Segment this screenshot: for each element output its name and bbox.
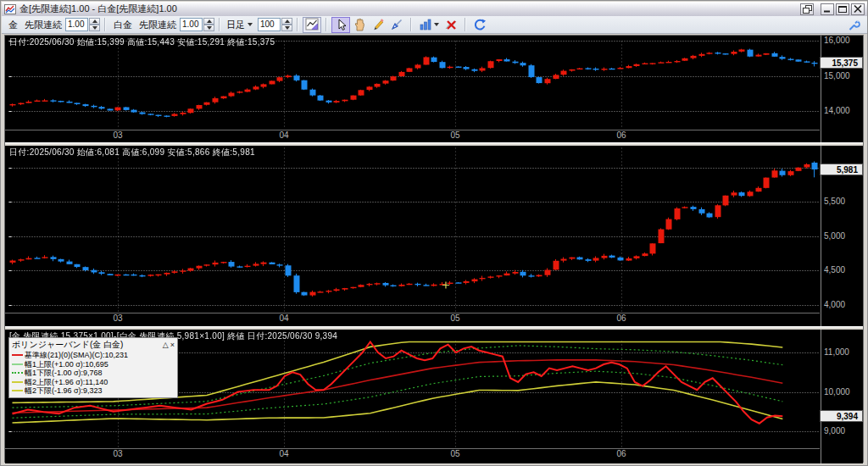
symbol1-multiplier-down-button[interactable]: [89, 25, 100, 31]
price-tick-label: 4,000: [824, 300, 845, 309]
up-arrow-icon: [92, 19, 97, 23]
legend-line-swatch: [12, 363, 23, 365]
month-tick-label: 05: [448, 130, 463, 140]
pen-draw-button[interactable]: [387, 17, 406, 33]
close-icon: [854, 5, 862, 13]
tool-settings-button[interactable]: [844, 17, 863, 33]
legend-item-label: 幅1上限(+1.00 σ):10,695: [25, 360, 108, 369]
pencil-icon: [371, 18, 385, 31]
toolbar-separator: [104, 18, 106, 31]
month-tick-label: 03: [110, 449, 125, 458]
platinum-candlestick-chart[interactable]: [8, 147, 821, 312]
spread-last-price: 9,394: [837, 412, 858, 421]
month-tick-label: 06: [614, 313, 629, 323]
window-chart-icon[interactable]: [4, 4, 16, 14]
gold-time-axis[interactable]: 03040506: [5, 130, 820, 141]
legend-item[interactable]: 幅1下限(-1.00 σ):9,768: [12, 369, 175, 378]
gold-price-axis[interactable]: 15,375 16,00015,00014,000: [821, 36, 863, 142]
dropdown-arrow-icon: [434, 23, 439, 26]
price-tick-label: 14,000: [824, 106, 850, 115]
spread-chart-panel: [金 先限連続 15,375×1.00]-[白金 先限連続 5,981×1.00…: [5, 330, 863, 463]
month-tick-label: 03: [110, 130, 125, 140]
price-tick-label: 15,000: [824, 71, 850, 80]
refresh-button[interactable]: [470, 17, 489, 33]
minimize-button[interactable]: [821, 3, 834, 15]
legend-item-label: 基準線(21)(0)(SMA)(C):10,231: [25, 351, 128, 360]
wrench-icon: [848, 19, 860, 31]
interval-label: 日足: [226, 19, 245, 31]
legend-item[interactable]: 幅1上限(+1.00 σ):10,695: [12, 360, 175, 369]
price-tick-label: 10,000: [824, 387, 850, 397]
close-button[interactable]: [851, 3, 865, 15]
gold-last-price-box: 15,375: [820, 57, 863, 69]
symbol1-series-label: 先限連続: [25, 19, 62, 31]
gold-last-price: 15,375: [832, 58, 858, 68]
chart-area: 日付:2025/06/30 始値:15,399 高値:15,443 安値:15,…: [4, 35, 864, 463]
legend-item-list: 基準線(21)(0)(SMA)(C):10,231幅1上限(+1.00 σ):1…: [12, 351, 175, 396]
chart-type-button[interactable]: [416, 17, 442, 33]
symbol1-multiplier-up-button[interactable]: [89, 18, 100, 25]
dropdown-arrow-icon: [248, 23, 253, 26]
delete-x-icon: [445, 19, 458, 31]
toolbar-separator: [465, 18, 466, 31]
minimize-icon: [823, 5, 832, 13]
pan-hand-button[interactable]: [350, 17, 369, 33]
float-icon: [803, 5, 812, 14]
bar-count-down-button[interactable]: [281, 25, 292, 31]
symbol2-series-label: 先限連続: [139, 19, 176, 31]
symbol1-label: 金: [8, 19, 18, 31]
platinum-time-axis[interactable]: 03040506: [5, 313, 820, 325]
price-tick-label: 11,000: [824, 347, 849, 357]
legend-title-row: ボリンジャーバンド(金 白金) △ ×: [12, 339, 175, 351]
bar-count-input[interactable]: 100: [258, 18, 281, 31]
pencil-draw-button[interactable]: [369, 17, 387, 33]
interval-dropdown[interactable]: 日足: [225, 18, 254, 31]
title-bar[interactable]: 金[先限連続]1.00 - 白金[先限連続]1.00: [2, 2, 867, 16]
symbol2-label: 白金: [114, 19, 132, 31]
legend-item[interactable]: 幅2下限(-1.96 σ):9,323: [12, 386, 175, 396]
legend-item[interactable]: 基準線(21)(0)(SMA)(C):10,231: [12, 351, 175, 360]
spread-time-axis[interactable]: 03040506: [5, 449, 820, 460]
delete-drawings-button[interactable]: [442, 17, 460, 33]
gold-candlestick-chart[interactable]: [8, 41, 821, 129]
select-cursor-button[interactable]: [331, 17, 350, 33]
legend-item[interactable]: 幅2上限(+1.96 σ):11,140: [12, 378, 175, 387]
legend-line-swatch: [12, 354, 23, 356]
up-arrow-icon: [207, 19, 212, 23]
month-tick-label: 05: [448, 449, 463, 458]
symbol2-multiplier-down-button[interactable]: [203, 25, 214, 31]
maximize-button[interactable]: [836, 3, 849, 15]
gold-chart-panel: 日付:2025/06/30 始値:15,399 高値:15,443 安値:15,…: [5, 36, 863, 142]
chart-icon-glyph: [5, 5, 15, 14]
gold-ohlc-readout: 日付:2025/06/30 始値:15,399 高値:15,443 安値:15,…: [9, 36, 275, 48]
chart-setup-button[interactable]: [303, 17, 321, 33]
float-window-button[interactable]: [800, 3, 814, 15]
window-title: 金[先限連続]1.00 - 白金[先限連続]1.00: [19, 3, 800, 15]
bar-count-up-button[interactable]: [281, 18, 292, 25]
legend-close-button[interactable]: ×: [170, 341, 175, 349]
month-tick-label: 03: [110, 313, 125, 323]
spread-price-axis[interactable]: 9,394 11,00010,0009,000: [821, 330, 863, 463]
legend-item-label: 幅2上限(+1.96 σ):11,140: [25, 378, 108, 387]
legend-line-swatch: [12, 381, 23, 383]
legend-collapse-button[interactable]: △: [163, 341, 169, 349]
price-tick-label: 4,500: [824, 265, 845, 275]
bollinger-legend: ボリンジャーバンド(金 白金) △ × 基準線(21)(0)(SMA)(C):1…: [8, 337, 178, 398]
price-tick-label: 5,000: [824, 231, 845, 241]
chart-setup-icon: [305, 18, 320, 31]
toolbar-separator: [326, 18, 327, 31]
price-tick-label: 16,000: [824, 36, 850, 45]
platinum-price-axis[interactable]: 5,981 6,0005,5005,0004,5004,000: [821, 146, 863, 326]
month-tick-label: 06: [614, 449, 629, 458]
up-arrow-icon: [285, 19, 290, 23]
symbol1-multiplier-spinner: 1.00: [65, 18, 100, 31]
legend-item-label: 幅2下限(-1.96 σ):9,323: [25, 386, 103, 396]
spread-last-price-box: 9,394: [820, 410, 863, 422]
symbol1-multiplier-input[interactable]: 1.00: [65, 18, 88, 31]
symbol2-multiplier-input[interactable]: 1.00: [180, 18, 203, 31]
symbol2-multiplier-up-button[interactable]: [203, 18, 214, 25]
price-tick-label: 9,000: [824, 426, 845, 435]
platinum-ohlc-readout: 日付:2025/06/30 始値:6,081 高値:6,099 安値:5,866…: [9, 147, 255, 158]
platinum-last-price-box: 5,981: [820, 164, 863, 175]
down-arrow-icon: [207, 26, 212, 30]
